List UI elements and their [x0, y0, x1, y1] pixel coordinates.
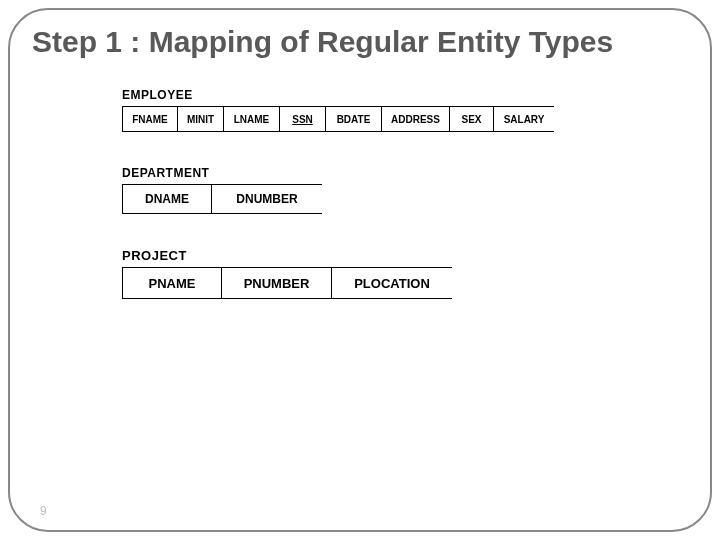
employee-col-bdate: BDATE [326, 106, 382, 132]
slide-title: Step 1 : Mapping of Regular Entity Types [32, 24, 688, 60]
employee-col-sex: SEX [450, 106, 494, 132]
department-col-dname: DNAME [122, 184, 212, 214]
entity-project-row: PNAME PNUMBER PLOCATION [122, 267, 688, 299]
employee-col-fname: FNAME [122, 106, 178, 132]
entity-employee: EMPLOYEE FNAME MINIT LNAME SSN BDATE ADD… [122, 88, 688, 132]
employee-col-ssn: SSN [280, 106, 326, 132]
project-col-plocation: PLOCATION [332, 267, 452, 299]
entity-employee-row: FNAME MINIT LNAME SSN BDATE ADDRESS SEX … [122, 106, 688, 132]
entity-department: DEPARTMENT DNAME DNUMBER [122, 166, 688, 214]
entity-department-row: DNAME DNUMBER [122, 184, 688, 214]
entity-employee-name: EMPLOYEE [122, 88, 688, 102]
entity-department-name: DEPARTMENT [122, 166, 688, 180]
project-col-pname: PNAME [122, 267, 222, 299]
employee-col-lname: LNAME [224, 106, 280, 132]
project-col-pnumber: PNUMBER [222, 267, 332, 299]
department-col-dnumber: DNUMBER [212, 184, 322, 214]
employee-col-address: ADDRESS [382, 106, 450, 132]
entity-project: PROJECT PNAME PNUMBER PLOCATION [122, 248, 688, 299]
page-number: 9 [40, 504, 47, 518]
employee-col-minit: MINIT [178, 106, 224, 132]
entity-project-name: PROJECT [122, 248, 688, 263]
slide-frame: Step 1 : Mapping of Regular Entity Types… [8, 8, 712, 532]
employee-col-salary: SALARY [494, 106, 554, 132]
